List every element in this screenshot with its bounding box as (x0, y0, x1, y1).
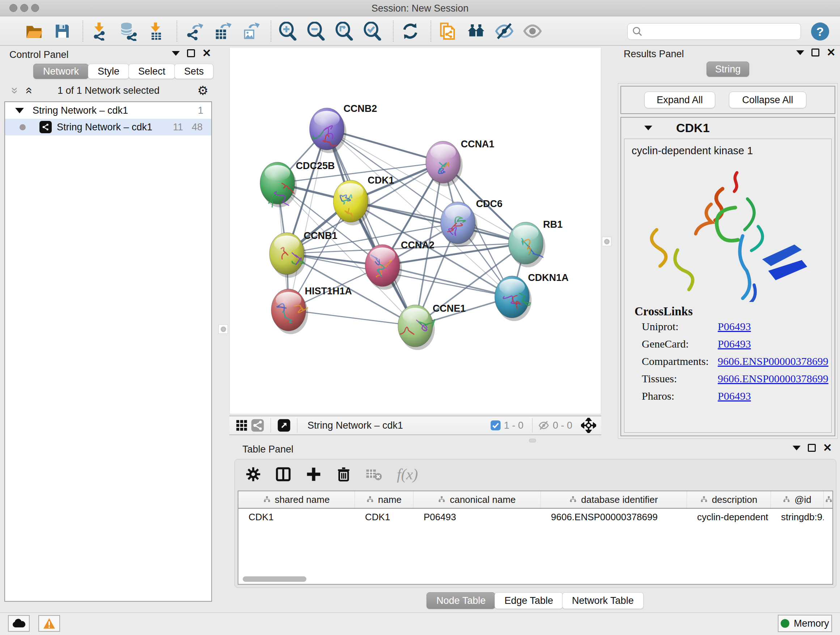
network-node-CCNB1[interactable]: CCNB1 (270, 230, 338, 278)
export-network-button[interactable] (184, 21, 204, 41)
save-session-button[interactable] (52, 21, 73, 41)
collapse-all-button[interactable]: Collapse All (729, 92, 806, 108)
network-node-CDC6[interactable]: CDC6 (441, 198, 502, 247)
panel-close-icon[interactable]: ✕ (827, 49, 836, 57)
tab-style[interactable]: Style (88, 64, 129, 79)
table-row[interactable]: CDK1CDK1P064939606.ENSP00000378699cyclin… (238, 509, 832, 525)
zoom-out-button[interactable] (306, 21, 326, 41)
collection-expand-icon[interactable] (15, 108, 24, 113)
network-collection-row[interactable]: String Network – cdk1 1 (5, 102, 211, 119)
table-cell[interactable]: P06493 (414, 511, 541, 523)
table-cell[interactable]: stringdb:9... (771, 511, 824, 523)
delete-table-icon[interactable] (366, 467, 382, 481)
column-header-description[interactable]: description (687, 491, 771, 508)
memory-button[interactable]: Memory (778, 615, 832, 632)
column-header-@id[interactable]: @id (771, 491, 824, 508)
import-table-file-button[interactable] (146, 21, 166, 41)
search-input[interactable] (643, 26, 788, 37)
tab-select[interactable]: Select (128, 64, 175, 79)
table-cell[interactable]: CDK1 (355, 511, 414, 523)
tab-string[interactable]: String (706, 62, 749, 77)
toolbar-search[interactable] (627, 23, 801, 40)
tab-network-table[interactable]: Network Table (562, 592, 644, 609)
panel-menu-icon[interactable] (172, 51, 180, 56)
gene-card-header[interactable]: CDK1 (621, 118, 835, 138)
panel-float-icon[interactable] (808, 444, 816, 452)
gene-collapse-icon[interactable] (644, 126, 652, 130)
zoom-selected-button[interactable] (363, 21, 383, 41)
panel-float-icon[interactable] (187, 49, 195, 57)
left-splitter-knob[interactable] (218, 325, 228, 334)
cloud-button[interactable] (8, 615, 30, 632)
crosslink-label: Tissues: (642, 372, 718, 385)
column-header-database-identifier[interactable]: database identifier (541, 491, 687, 508)
duplicate-network-button[interactable] (438, 21, 458, 41)
table-cell[interactable]: CDK1 (238, 511, 355, 523)
show-all-button[interactable] (523, 21, 543, 41)
network-row[interactable]: String Network – cdk1 11 48 (5, 119, 211, 135)
table-options-gear-icon[interactable] (246, 467, 261, 482)
column-header-shared-name[interactable]: shared name (238, 491, 355, 508)
open-in-window-button[interactable] (276, 415, 292, 435)
network-node-CCNA2[interactable]: CCNA2 (365, 240, 434, 290)
network-options-gear-icon[interactable]: ⚙ (197, 83, 208, 98)
tab-sets[interactable]: Sets (174, 64, 213, 79)
column-header-canonical-name[interactable]: canonical name (414, 491, 541, 508)
hide-selected-button[interactable] (494, 21, 515, 41)
expand-all-button[interactable]: Expand All (644, 92, 715, 108)
export-image-button[interactable] (240, 21, 261, 41)
import-network-file-button[interactable] (90, 21, 110, 41)
zoom-in-button[interactable] (278, 21, 298, 41)
zoom-out-icon (307, 22, 325, 41)
network-canvas[interactable]: CCNB2CCNA1CDC25BCDK1CDC6RB1CCNB1CCNA2CDK… (229, 47, 601, 414)
crosslink-link[interactable]: P06493 (718, 320, 751, 333)
panel-close-icon[interactable]: ✕ (202, 49, 211, 57)
hidden-eye-slash-icon[interactable] (538, 420, 550, 431)
horizontal-scrollbar-thumb[interactable] (243, 576, 306, 582)
zoom-fit-button[interactable] (334, 21, 355, 41)
network-node-HIST1H1A[interactable]: HIST1H1A (271, 286, 352, 334)
open-session-button[interactable] (24, 21, 44, 41)
function-builder-icon[interactable]: f(x) (397, 466, 418, 483)
crosslink-link[interactable]: 9606.ENSP00000378699 (718, 372, 829, 385)
network-graph[interactable]: CCNB2CCNA1CDC25BCDK1CDC6RB1CCNB1CCNA2CDK… (230, 48, 601, 414)
bottom-splitter-knob[interactable] (529, 439, 536, 442)
tab-node-table[interactable]: Node Table (426, 592, 495, 609)
network-edge[interactable] (289, 129, 327, 310)
panel-close-icon[interactable]: ✕ (823, 444, 832, 452)
tab-edge-table[interactable]: Edge Table (494, 592, 563, 609)
panel-float-icon[interactable] (812, 49, 819, 57)
table-cell[interactable]: 9606.ENSP00000378699 (541, 511, 687, 523)
help-button[interactable]: ? (811, 22, 829, 41)
delete-column-trash-icon[interactable] (336, 466, 351, 482)
network-node-CDKN1A[interactable]: CDKN1A (495, 272, 569, 321)
column-header-namespac[interactable]: namespac (824, 491, 833, 508)
network-node-RB1[interactable]: RB1 (508, 219, 562, 268)
crosslink-row: Pharos:P06493 (642, 390, 831, 402)
houses-button[interactable] (466, 21, 486, 41)
panel-menu-icon[interactable] (796, 50, 804, 55)
selected-checkbox-icon[interactable] (490, 420, 501, 431)
crosslink-link[interactable]: 9606.ENSP00000378699 (718, 355, 829, 367)
crosslink-link[interactable]: P06493 (718, 338, 751, 350)
right-splitter-knob[interactable] (602, 237, 611, 246)
birdseye-view-button[interactable] (234, 415, 249, 435)
network-overview-button[interactable] (249, 415, 265, 435)
panel-menu-icon[interactable] (793, 446, 801, 450)
add-column-plus-icon[interactable] (306, 466, 322, 482)
tab-network[interactable]: Network (33, 64, 88, 79)
network-node-CDK1[interactable]: CDK1 (333, 175, 394, 226)
table-cell[interactable]: stringdb (824, 511, 833, 523)
pan-crosshair-icon[interactable] (581, 418, 596, 433)
refresh-button[interactable] (400, 21, 420, 41)
crosslink-link[interactable]: P06493 (718, 390, 751, 402)
warnings-button[interactable] (38, 615, 60, 632)
network-node-CCNB2[interactable]: CCNB2 (309, 103, 377, 153)
table-cell[interactable]: cyclin-dependent ... (687, 511, 771, 523)
column-header-name[interactable]: name (355, 491, 414, 508)
show-columns-icon[interactable] (275, 466, 291, 482)
network-node-CDC25B[interactable]: CDC25B (260, 160, 335, 207)
import-network-database-button[interactable] (118, 21, 138, 41)
network-node-CCNE1[interactable]: CCNE1 (398, 303, 466, 350)
export-table-button[interactable] (212, 21, 232, 41)
